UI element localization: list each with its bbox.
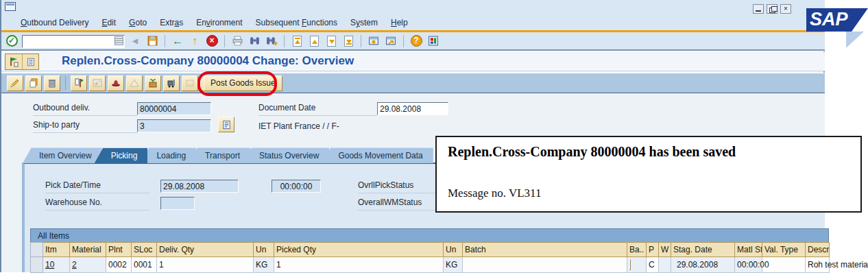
outbound-deliv-label: Outbound deliv. <box>33 103 137 116</box>
window-titlebar: × <box>1 0 825 15</box>
col-matl-sta[interactable]: Matl Sta.. <box>735 243 762 257</box>
col-un2[interactable]: Un <box>444 243 463 257</box>
title-row: Replen.Cross-Company 80000004 Change: Ov… <box>1 52 825 71</box>
tab-transport[interactable]: Transport <box>189 147 250 163</box>
col-ba[interactable]: Ba.. <box>627 243 647 257</box>
col-sloc[interactable]: SLoc <box>132 243 157 257</box>
col-un[interactable]: Un <box>254 243 274 257</box>
toolbar-separator <box>403 35 404 47</box>
ship-to-description-text: IET Plant France / / F- <box>258 121 339 131</box>
ship-to-party-field[interactable]: 3 <box>137 119 211 132</box>
find-icon[interactable] <box>248 34 261 48</box>
cell-picked-qty[interactable]: 1 <box>274 257 444 273</box>
select-all-header[interactable] <box>31 243 43 257</box>
flag-icon[interactable] <box>71 75 87 91</box>
minimize-icon[interactable] <box>753 4 764 14</box>
last-page-icon[interactable] <box>341 34 355 48</box>
menu-edit[interactable]: Edit <box>101 18 116 27</box>
document-date-label: Document Date <box>258 103 377 116</box>
ovrll-pick-status-label: OvrllPickStatus <box>358 180 447 193</box>
cell-material[interactable]: 2 <box>70 257 106 273</box>
menu-extras[interactable]: Extras <box>160 18 183 27</box>
customize-layout-icon[interactable] <box>426 34 440 48</box>
col-deliv-qty[interactable]: Deliv. Qty <box>157 243 254 257</box>
outbound-deliv-field[interactable]: 80000004 <box>137 102 211 115</box>
save-icon[interactable] <box>145 34 159 48</box>
forklift-icon[interactable] <box>163 75 180 91</box>
menu-goto[interactable]: Goto <box>129 18 147 27</box>
sap-logo: SAP <box>806 8 852 32</box>
cell-itm[interactable]: 10 <box>43 257 70 273</box>
copy-icon[interactable] <box>25 75 42 91</box>
saved-message-box: Replen.Cross-Company 80000004 has been s… <box>435 136 862 213</box>
pick-date-field[interactable]: 29.08.2008 <box>160 180 239 193</box>
tab-goods-movement-data[interactable]: Goods Movement Data <box>322 147 433 163</box>
col-itm[interactable]: Itm <box>43 243 70 257</box>
warning-icon[interactable] <box>126 75 143 91</box>
col-batch[interactable]: Batch <box>463 243 627 257</box>
command-field-wrap <box>22 34 125 47</box>
restore-icon[interactable] <box>767 4 777 14</box>
new-session-icon[interactable] <box>367 34 381 48</box>
overall-wm-status-label: OverallWMStatus <box>358 198 447 211</box>
command-input[interactable] <box>22 35 125 48</box>
pick-time-field[interactable]: 00:00:00 <box>272 180 321 193</box>
cell-batch[interactable] <box>463 257 627 273</box>
toolbar-separator <box>284 35 285 47</box>
back-icon[interactable]: ← <box>171 34 184 48</box>
pack-icon[interactable] <box>145 75 161 91</box>
col-material[interactable]: Material <box>70 243 106 257</box>
menu-help[interactable]: Help <box>391 18 408 27</box>
list-icon[interactable] <box>22 54 38 69</box>
pencil-icon[interactable] <box>7 75 23 91</box>
col-stag-date[interactable]: Stag. Date <box>671 243 735 257</box>
tab-status-overview[interactable]: Status Overview <box>243 147 329 163</box>
help-icon[interactable]: ? <box>409 34 423 48</box>
tab-loading[interactable]: Loading <box>140 147 196 163</box>
warehouse-no-field[interactable] <box>160 197 195 210</box>
col-val-type[interactable]: Val. Type <box>762 243 806 257</box>
find-next-icon[interactable] <box>265 34 278 48</box>
col-w[interactable]: W <box>659 243 671 257</box>
mountain-icon[interactable] <box>89 75 106 91</box>
application-toolbar <box>1 73 825 93</box>
window-system-icon[interactable] <box>5 2 16 11</box>
menu-system[interactable]: System <box>350 18 378 27</box>
warehouse-no-label: Warehouse No. <box>45 198 149 211</box>
tab-item-overview[interactable]: Item Overview <box>23 147 102 163</box>
document-date-field[interactable]: 29.08.2008 <box>377 102 448 115</box>
hat-icon[interactable] <box>108 75 124 91</box>
first-page-icon[interactable] <box>290 34 304 48</box>
flag-doc-icon[interactable] <box>5 54 22 69</box>
row-selector[interactable] <box>31 257 43 273</box>
collapse-toolbar-icon[interactable]: ◀ <box>128 34 142 48</box>
tab-picking[interactable]: Picking <box>95 147 148 163</box>
menu-environment[interactable]: Environment <box>196 18 242 27</box>
trash-icon[interactable] <box>44 75 60 91</box>
pick-date-time-label: Pick Date/Time <box>45 180 149 193</box>
pallet-icon[interactable] <box>182 75 198 91</box>
close-icon[interactable]: × <box>780 4 791 14</box>
previous-page-icon[interactable] <box>307 34 321 48</box>
post-goods-issue-button[interactable]: Post Goods Issue <box>204 75 282 91</box>
print-icon[interactable] <box>230 34 244 48</box>
sap-logo-slant <box>852 8 868 32</box>
next-page-icon[interactable] <box>324 34 338 48</box>
col-picked-qty[interactable]: Picked Qty <box>274 243 444 257</box>
menu-outbound-delivery[interactable]: Outbound Delivery <box>21 18 88 27</box>
col-plnt[interactable]: Plnt <box>106 243 132 257</box>
cell-stag-date[interactable]: 29.08.2008 <box>671 257 735 273</box>
enter-icon[interactable]: ✓ <box>5 34 19 48</box>
cell-ba <box>627 257 647 273</box>
cell-deliv-qty[interactable]: 1 <box>157 257 254 273</box>
cell-description: Roh test material <box>806 257 830 273</box>
col-p[interactable]: P <box>647 243 659 257</box>
cancel-icon[interactable]: × <box>205 34 219 48</box>
col-description[interactable]: Description <box>806 243 830 257</box>
batch-split-button[interactable] <box>629 259 631 270</box>
exit-icon[interactable]: ↑ <box>188 34 202 48</box>
create-shortcut-icon[interactable] <box>384 34 398 48</box>
menu-subsequent-functions[interactable]: Subsequent Functions <box>256 18 337 27</box>
partner-details-icon[interactable] <box>218 117 234 132</box>
command-history-icon[interactable] <box>114 36 123 45</box>
